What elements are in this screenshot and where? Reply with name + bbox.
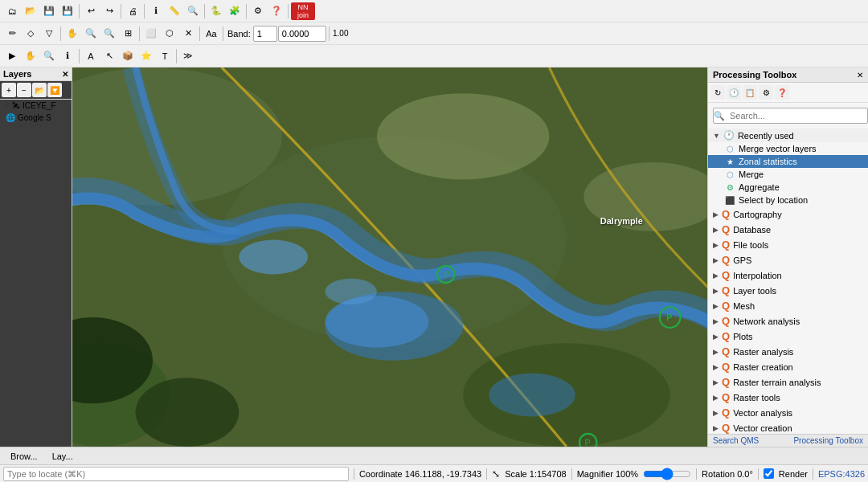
merge-icon: ⬡ bbox=[724, 170, 735, 179]
select-poly-btn[interactable]: ⬡ bbox=[161, 25, 178, 43]
toolbox-item-merge-vector[interactable]: ⬡ Merge vector layers bbox=[708, 142, 868, 155]
interpolation-expand: ▶ bbox=[713, 272, 719, 280]
locate-input[interactable] bbox=[3, 467, 349, 481]
python-btn[interactable]: 🐍 bbox=[207, 2, 225, 20]
redo-btn[interactable]: ↪ bbox=[100, 2, 118, 20]
plots-header[interactable]: ▶ Q Plots bbox=[708, 329, 868, 344]
toolbox-item-zonal-stats[interactable]: ★ Zonal statistics bbox=[708, 155, 868, 168]
layer-item-google[interactable]: 🌐 Google S bbox=[0, 112, 72, 124]
vector-creation-label: Vector creation bbox=[733, 423, 792, 433]
new-project-btn[interactable]: 🗂 bbox=[3, 2, 21, 20]
raster-terrain-label: Raster terrain analysis bbox=[733, 378, 821, 387]
raster-analysis-label: Raster analysis bbox=[733, 347, 793, 357]
toolbox-history-btn[interactable]: 🕐 bbox=[727, 85, 741, 100]
svg-point-7 bbox=[377, 93, 550, 179]
deselect-btn[interactable]: ✕ bbox=[179, 25, 197, 43]
left-panels: Layers ✕ + − 📂 🔽 ✓ 🛰 ICEYE_F 🌐 Google S bbox=[0, 67, 72, 447]
scale-icon: ⤡ bbox=[492, 468, 500, 480]
bottom-tab-browse[interactable]: Brow... bbox=[3, 449, 45, 464]
toolbox-item-select-location[interactable]: ⬛ Select by location bbox=[708, 194, 868, 206]
identify-btn[interactable]: ℹ bbox=[147, 2, 165, 20]
zoom-in2-btn[interactable]: 🔍 bbox=[40, 47, 58, 65]
box-ann-btn[interactable]: 📦 bbox=[119, 47, 137, 65]
search-qms-btn[interactable]: Search QMS bbox=[713, 436, 759, 445]
layers-add-btn[interactable]: + bbox=[2, 83, 16, 97]
gps-header[interactable]: ▶ Q GPS bbox=[708, 252, 868, 268]
interpolation-label: Interpolation bbox=[733, 271, 782, 280]
measure-btn[interactable]: 📏 bbox=[166, 2, 183, 20]
select-tool-btn[interactable]: ▶ bbox=[3, 47, 21, 65]
epsg-status[interactable]: EPSG:4326 bbox=[818, 469, 865, 479]
recently-used-header[interactable]: ▼ 🕐 Recently used bbox=[708, 129, 868, 142]
band-value-input[interactable] bbox=[278, 26, 326, 42]
magnifier-slider[interactable] bbox=[643, 468, 691, 480]
save-btn[interactable]: 💾 bbox=[40, 2, 58, 20]
toolbox-refresh-btn[interactable]: ↻ bbox=[710, 85, 725, 100]
bottom-tab-layers[interactable]: Lay... bbox=[45, 449, 80, 464]
star-btn[interactable]: ⭐ bbox=[137, 47, 155, 65]
band-input[interactable] bbox=[253, 26, 277, 42]
identify2-btn[interactable]: ℹ bbox=[59, 47, 76, 65]
raster-tools-header[interactable]: ▶ Q Raster tools bbox=[708, 390, 868, 405]
toolbox-toolbar: ↻ 🕐 📋 ⚙ ❓ bbox=[708, 83, 868, 103]
layers-open-btn[interactable]: 📂 bbox=[32, 83, 47, 97]
plugin-btn[interactable]: 🧩 bbox=[226, 2, 244, 20]
layers-remove-btn[interactable]: − bbox=[17, 83, 31, 97]
open-project-btn[interactable]: 📂 bbox=[22, 2, 39, 20]
zoom-full-btn[interactable]: ⊞ bbox=[119, 25, 137, 43]
nn-join-btn[interactable]: NN join bbox=[291, 2, 315, 20]
text-ann-btn[interactable]: A bbox=[82, 47, 100, 65]
cartography-header[interactable]: ▶ Q Cartography bbox=[708, 206, 868, 222]
label-btn[interactable]: Aa bbox=[203, 25, 220, 43]
toolbox-item-aggregate[interactable]: ⚙ Aggregate bbox=[708, 181, 868, 194]
layer-item-iceye[interactable]: ✓ 🛰 ICEYE_F bbox=[0, 100, 72, 112]
layer-check-iceye[interactable]: ✓ bbox=[3, 101, 10, 110]
pan-map-btn[interactable]: ✋ bbox=[22, 47, 39, 65]
pan-btn[interactable]: ✋ bbox=[63, 25, 81, 43]
digitize-btn[interactable]: ✏ bbox=[3, 25, 21, 43]
layer-tools-header[interactable]: ▶ Q Layer tools bbox=[708, 283, 868, 298]
toolbox-item-merge[interactable]: ⬡ Merge bbox=[708, 168, 868, 181]
layers-filter-btn[interactable]: 🔽 bbox=[47, 83, 62, 97]
coordinate-status: Coordinate 146.1188, -19.7343 bbox=[359, 469, 481, 479]
vector-analysis-header[interactable]: ▶ Q Vector analysis bbox=[708, 405, 868, 420]
file-tools-header[interactable]: ▶ Q File tools bbox=[708, 237, 868, 252]
processing-toolbox-footer-btn[interactable]: Processing Toolbox bbox=[793, 436, 863, 445]
toolbox-help-btn[interactable]: ❓ bbox=[775, 85, 789, 100]
more-tools-btn[interactable]: ≫ bbox=[179, 47, 197, 65]
svg-text:P: P bbox=[584, 438, 590, 447]
node-btn[interactable]: ◇ bbox=[22, 25, 39, 43]
gps-expand: ▶ bbox=[713, 256, 719, 264]
database-header[interactable]: ▶ Q Database bbox=[708, 222, 868, 237]
svg-point-12 bbox=[239, 240, 308, 275]
network-analysis-header[interactable]: ▶ Q Network analysis bbox=[708, 313, 868, 329]
print-btn[interactable]: 🖨 bbox=[124, 2, 141, 20]
select-rect-btn[interactable]: ⬜ bbox=[142, 25, 160, 43]
zoom-out-btn[interactable]: 🔍 bbox=[100, 25, 118, 43]
toolbox-settings-btn[interactable]: ⚙ bbox=[759, 85, 773, 100]
text2-btn[interactable]: T bbox=[156, 47, 174, 65]
render-checkbox[interactable] bbox=[764, 468, 774, 479]
map-area[interactable]: P P P Dalrymple bbox=[72, 67, 707, 447]
raster-creation-header[interactable]: ▶ Q Raster creation bbox=[708, 359, 868, 374]
raster-analysis-header[interactable]: ▶ Q Raster analysis bbox=[708, 344, 868, 359]
settings-btn[interactable]: ⚙ bbox=[249, 2, 267, 20]
interpolation-header[interactable]: ▶ Q Interpolation bbox=[708, 268, 868, 283]
vector-creation-header[interactable]: ▶ Q Vector creation bbox=[708, 420, 868, 434]
layers-close-btn[interactable]: ✕ bbox=[62, 70, 68, 79]
sep1 bbox=[79, 4, 80, 18]
mesh-header[interactable]: ▶ Q Mesh bbox=[708, 298, 868, 313]
vertex-btn[interactable]: ▽ bbox=[40, 25, 58, 43]
zoom-in-btn[interactable]: 🔍 bbox=[82, 25, 100, 43]
network-analysis-expand: ▶ bbox=[713, 317, 719, 325]
help-btn[interactable]: ❓ bbox=[268, 2, 285, 20]
save-as-btn[interactable]: 💾 bbox=[59, 2, 76, 20]
toolbox-search-input[interactable] bbox=[713, 108, 868, 124]
undo-btn[interactable]: ↩ bbox=[82, 2, 100, 20]
raster-terrain-header[interactable]: ▶ Q Raster terrain analysis bbox=[708, 374, 868, 390]
cursor-btn[interactable]: ↖ bbox=[100, 47, 118, 65]
zoom-level-btn[interactable]: 1.00 bbox=[332, 25, 350, 43]
search-btn[interactable]: 🔍 bbox=[184, 2, 202, 20]
toolbox-close-btn[interactable]: ✕ bbox=[857, 71, 863, 80]
toolbox-results-btn[interactable]: 📋 bbox=[743, 85, 757, 100]
